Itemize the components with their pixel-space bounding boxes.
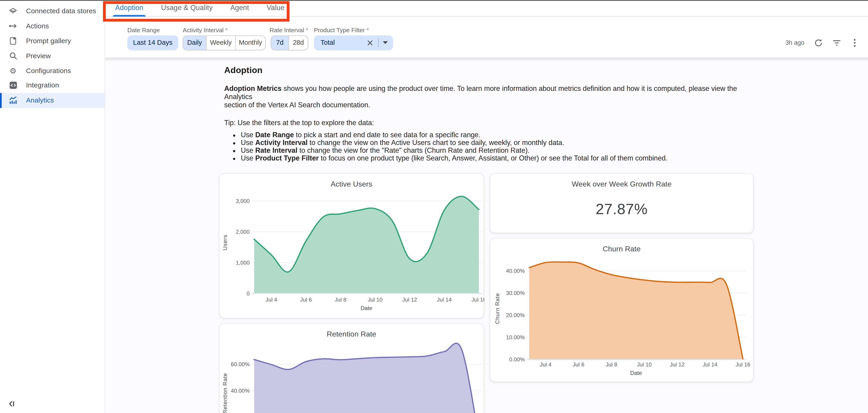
svg-text:Jul 14: Jul 14: [437, 296, 452, 303]
sidebar-item-preview[interactable]: Preview: [0, 49, 104, 63]
svg-text:0.00%: 0.00%: [509, 356, 525, 362]
activity-interval-label: Activity Interval *: [183, 26, 228, 33]
sidebar-item-label: Actions: [26, 22, 49, 30]
chart-title: Active Users: [220, 180, 483, 188]
last-updated-text: 3h ago: [785, 39, 804, 46]
date-range-chip[interactable]: Last 14 Days: [127, 35, 178, 50]
page-title: Adoption: [224, 65, 743, 75]
svg-text:0: 0: [247, 290, 250, 296]
svg-text:20.00%: 20.00%: [506, 312, 525, 318]
kpi-value: 27.87%: [490, 201, 753, 218]
tab-agent[interactable]: Agent: [221, 0, 258, 16]
kpi-title: Week over Week Growth Rate: [490, 180, 753, 188]
tip-text: Tip: Use the filters at the top to explo…: [224, 119, 743, 127]
svg-text:40.00%: 40.00%: [506, 268, 525, 274]
actions-icon: [9, 22, 17, 30]
sidebar: Connected data stores Actions Prompt gal…: [0, 0, 105, 413]
sidebar-item-label: Analytics: [26, 96, 54, 104]
activity-option-weekly[interactable]: Weekly: [206, 36, 236, 50]
tab-bar: Adoption Usage & Quality Agent Value: [105, 0, 868, 17]
activity-option-monthly[interactable]: Monthly: [236, 36, 265, 50]
svg-text:Jul 14: Jul 14: [703, 361, 718, 368]
svg-text:Jul 6: Jul 6: [572, 361, 584, 368]
svg-text:Date: Date: [361, 305, 372, 311]
svg-text:Jul 12: Jul 12: [402, 296, 417, 303]
more-options-icon[interactable]: [850, 38, 859, 47]
sidebar-item-connected-data-stores[interactable]: Connected data stores: [0, 4, 104, 19]
active-users-chart-card: Active Users 01,0002,0003,000Jul 4Jul 6J…: [219, 173, 484, 318]
collapse-sidebar-icon[interactable]: [7, 400, 16, 408]
prompt-gallery-icon: [9, 37, 17, 45]
refresh-icon[interactable]: [814, 38, 823, 47]
retention-rate-chart-card: Retention Rate 0.00%20.00%40.00%60.00%Ju…: [219, 323, 484, 413]
churn-rate-chart: 0.00%10.00%20.00%30.00%40.00%Jul 4Jul 6J…: [490, 254, 753, 383]
rate-option-7d[interactable]: 7d: [271, 36, 288, 50]
search-icon: [9, 52, 17, 60]
sidebar-item-configurations[interactable]: ⚙ Configurations: [0, 63, 104, 78]
gear-icon: ⚙: [9, 66, 17, 75]
filter-icon[interactable]: [832, 38, 841, 47]
adoption-description: Adoption Adoption Metrics shows you how …: [224, 65, 743, 163]
tip-bullet: Use Product Type Filter to focus on one …: [241, 155, 744, 162]
chip-divider: [378, 38, 378, 47]
chart-title: Retention Rate: [220, 330, 483, 338]
svg-text:Jul 12: Jul 12: [670, 361, 685, 368]
retention-rate-chart: 0.00%20.00%40.00%60.00%Jul 4Jul 6Jul 8Ju…: [220, 339, 483, 413]
svg-text:Jul 4: Jul 4: [540, 361, 551, 368]
svg-text:2,000: 2,000: [236, 229, 250, 235]
toolbar-right-actions: 3h ago: [785, 35, 859, 50]
rate-option-28d[interactable]: 28d: [288, 36, 308, 50]
tab-adoption[interactable]: Adoption: [106, 0, 152, 16]
rate-interval-label: Rate Interval *: [270, 26, 308, 33]
window-top-edge: [0, 0, 868, 1]
sidebar-item-integration[interactable]: Integration: [0, 78, 104, 93]
svg-text:Retention Rate: Retention Rate: [222, 373, 228, 413]
svg-text:Date: Date: [630, 370, 642, 376]
svg-text:Users: Users: [222, 234, 228, 250]
activity-option-daily[interactable]: Daily: [183, 36, 206, 50]
data-stores-icon: [9, 7, 17, 15]
svg-text:1,000: 1,000: [236, 260, 250, 266]
activity-interval-segmented-control: Daily Weekly Monthly: [183, 35, 266, 50]
filters-toolbar: Date Range Activity Interval * Rate Inte…: [105, 17, 868, 58]
tab-value[interactable]: Value: [258, 0, 293, 16]
svg-text:Jul 16: Jul 16: [471, 296, 485, 303]
product-type-filter-chip[interactable]: Total: [314, 35, 393, 50]
product-type-filter-label: Product Type Filter *: [314, 26, 369, 33]
svg-text:Jul 16: Jul 16: [736, 361, 750, 368]
churn-rate-chart-card: Churn Rate 0.00%10.00%20.00%30.00%40.00%…: [490, 238, 753, 382]
svg-text:Churn Rate: Churn Rate: [494, 293, 500, 324]
active-users-chart: 01,0002,0003,000Jul 4Jul 6Jul 8Jul 10Jul…: [220, 188, 483, 319]
tab-usage-quality[interactable]: Usage & Quality: [152, 0, 222, 16]
sidebar-item-label: Preview: [26, 52, 51, 60]
svg-text:3,000: 3,000: [236, 198, 250, 204]
tip-bullet: Use Rate Interval to change the view for…: [241, 147, 744, 155]
clear-filter-icon[interactable]: [366, 39, 374, 46]
intro-paragraph: Adoption Metrics shows you how people ar…: [224, 85, 743, 109]
sidebar-item-actions[interactable]: Actions: [0, 19, 104, 34]
chart-title: Churn Rate: [490, 245, 753, 253]
svg-text:Jul 8: Jul 8: [606, 361, 617, 368]
svg-text:Jul 8: Jul 8: [335, 296, 346, 303]
dashboard-content: Adoption Adoption Metrics shows you how …: [105, 58, 868, 413]
tip-bullet: Use Activity Interval to change the view…: [241, 139, 744, 147]
tip-bullet: Use Date Range to pick a start and end d…: [241, 131, 744, 139]
svg-text:Jul 4: Jul 4: [266, 296, 277, 303]
svg-text:30.00%: 30.00%: [506, 290, 525, 296]
vertex-ai-analytics-page: Connected data stores Actions Prompt gal…: [0, 0, 868, 413]
analytics-icon: [9, 96, 17, 104]
sidebar-item-label: Integration: [26, 82, 59, 89]
code-icon: [9, 81, 17, 90]
svg-text:40.00%: 40.00%: [231, 388, 250, 394]
rate-interval-segmented-control: 7d 28d: [271, 35, 308, 50]
svg-text:Jul 10: Jul 10: [368, 296, 383, 303]
svg-text:10.00%: 10.00%: [506, 334, 525, 340]
sidebar-item-label: Configurations: [26, 67, 71, 74]
product-type-value: Total: [320, 39, 366, 46]
date-range-label: Date Range: [127, 26, 160, 33]
sidebar-item-prompt-gallery[interactable]: Prompt gallery: [0, 34, 104, 49]
dropdown-arrow-icon[interactable]: [382, 39, 389, 46]
sidebar-item-label: Prompt gallery: [26, 37, 71, 45]
sidebar-item-analytics[interactable]: Analytics: [0, 93, 104, 108]
tips-list: Use Date Range to pick a start and end d…: [224, 131, 743, 163]
